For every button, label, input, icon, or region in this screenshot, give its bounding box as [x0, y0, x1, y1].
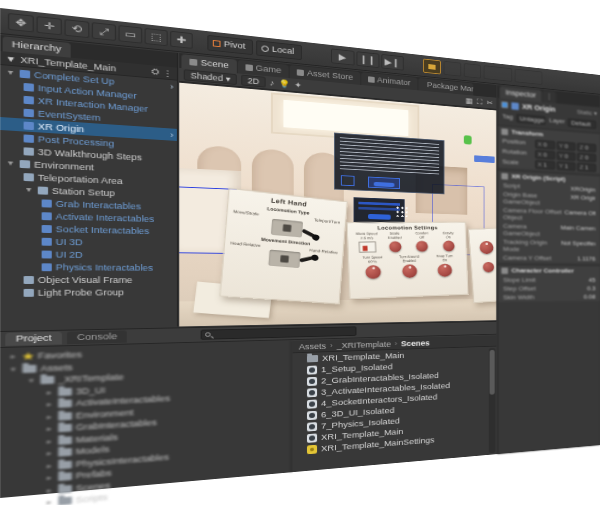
transform-icon — [501, 128, 508, 135]
folder-icon — [22, 364, 36, 372]
scene-asset-icon — [307, 365, 317, 374]
prefab-chevron-icon[interactable]: › — [170, 81, 173, 91]
tab-project[interactable]: Project — [5, 332, 62, 346]
character-controller-component: Character Controller Slope Limit45 Step … — [498, 264, 600, 301]
hierarchy-item[interactable]: Object Visual Frame — [0, 273, 177, 286]
account-button[interactable] — [463, 63, 480, 79]
gameobject-icon — [20, 69, 30, 78]
scale-x-field[interactable]: X1 — [535, 160, 555, 170]
snap-turn-knob — [438, 264, 453, 277]
step-button[interactable]: ▶❙ — [381, 54, 403, 71]
option-left: Move/Strafe — [233, 209, 259, 216]
turn-around-control: Turn Around Enabled — [391, 255, 428, 279]
audio-icon[interactable]: ♪ — [270, 78, 275, 87]
play-controls: ▶ ❙❙ ▶❙ — [331, 48, 404, 70]
project-search-input[interactable] — [201, 326, 357, 339]
gizmos-icon[interactable]: ⛶ — [477, 97, 482, 106]
active-checkbox[interactable] — [501, 101, 508, 108]
scale-y-field[interactable]: Y1 — [556, 161, 575, 171]
asset-store-tab-icon — [297, 69, 304, 76]
rect-tool-icon[interactable]: ▭ — [118, 25, 142, 44]
hand-tool-icon[interactable]: ✥ — [8, 13, 34, 33]
tag-dropdown[interactable]: Untagged — [516, 114, 546, 125]
scene-asset-icon — [307, 376, 317, 385]
scene-asset-icon — [307, 422, 317, 431]
option-left: Head Relative — [230, 241, 261, 248]
transform-tool-icon[interactable]: ⬚ — [145, 28, 168, 46]
lighting-icon[interactable]: 💡 — [279, 79, 291, 89]
move-tool-icon[interactable]: ✛ — [37, 16, 62, 35]
option-right: Teleport/Turn — [314, 218, 340, 225]
particle-gizmo-icon — [464, 135, 472, 144]
comfort-button — [416, 241, 428, 252]
collapse-arrow-icon[interactable]: ▼ — [5, 53, 16, 64]
gravity-control: Gravity On — [435, 232, 462, 252]
worldspace-info-panel — [334, 133, 444, 195]
position-z-field[interactable]: Z0 — [577, 143, 596, 153]
local-label: Local — [272, 43, 294, 59]
pause-button[interactable]: ❙❙ — [356, 51, 379, 68]
rotate-tool-icon[interactable]: ⟲ — [64, 19, 89, 38]
project-panel: Project Console ▸ Favorites ▾Assets ▾_XR… — [0, 321, 496, 498]
tools-icon[interactable]: ✂ — [487, 98, 493, 107]
prefab-icon — [511, 102, 518, 110]
scale-z-field[interactable]: Z1 — [577, 163, 596, 173]
scene-view-panel: Scene Game Asset Store Animator Package … — [179, 53, 496, 326]
script-icon — [501, 173, 508, 180]
locomotion-settings-board: Locomotion Settings Move Speed 2.5 m/s S… — [346, 222, 468, 299]
rotation-x-field[interactable]: X0 — [535, 150, 555, 160]
layer-label: Layer — [549, 117, 565, 127]
inspector-menu-icon[interactable]: ⋮ — [542, 90, 556, 103]
rotation-z-field[interactable]: Z0 — [577, 153, 596, 163]
pivot-label: Pivot — [224, 38, 246, 54]
pivot-icon — [213, 40, 221, 47]
scene-viewport[interactable]: Left Hand Locomotion Type Move/Strafe Te… — [179, 83, 496, 327]
gear-icon[interactable]: ⛭ — [151, 66, 159, 77]
layer-dropdown[interactable]: Default — [568, 118, 596, 129]
gameobject-name[interactable]: XR Origin — [522, 102, 555, 113]
position-x-field[interactable]: X0 — [535, 140, 555, 150]
snap-turn-control: Snap Turn On — [427, 254, 463, 277]
scene-asset-icon — [307, 388, 317, 397]
scrollbar-thumb[interactable] — [490, 350, 495, 395]
layers-dropdown[interactable] — [483, 65, 512, 82]
pivot-toggle[interactable]: Pivot — [207, 35, 253, 55]
effects-icon[interactable]: ✦ — [294, 80, 302, 89]
scrollbar[interactable] — [489, 348, 496, 453]
local-toggle[interactable]: Local — [256, 40, 301, 60]
strafe-button — [389, 241, 402, 252]
more-icon[interactable]: ⋮ — [163, 68, 173, 78]
folder-icon — [307, 355, 318, 362]
custom-tool-icon[interactable]: ✚ — [170, 31, 193, 49]
collab-button[interactable] — [423, 58, 441, 74]
gizmo-handle-dots — [395, 206, 407, 217]
layout-dropdown[interactable] — [514, 69, 542, 85]
services-button[interactable] — [443, 61, 461, 77]
unity-editor-window: ✥ ✛ ⟲ ⤢ ▭ ⬚ ✚ Pivot Local ▶ ❙❙ ▶❙ — [0, 8, 600, 498]
turn-speed-control: Turn Speed 60°/s — [353, 256, 391, 280]
transform-component: Transform Position X0 Y0 Z0 Rotation X0 … — [498, 125, 600, 173]
station-knob — [482, 262, 494, 273]
prefab-chevron-icon[interactable]: › — [170, 130, 173, 140]
scale-tool-icon[interactable]: ⤢ — [92, 22, 116, 41]
project-folder-tree: ▸ Favorites ▾Assets ▾_XRITemplate ▸3D_UI… — [0, 341, 292, 498]
2d-toggle[interactable]: 2D — [241, 75, 265, 88]
gravity-button — [443, 241, 455, 252]
station-knob — [479, 241, 494, 254]
hierarchy-item[interactable]: Physics Interactables — [0, 260, 177, 274]
locomotion-type-switch — [271, 219, 303, 238]
grid-icon[interactable]: ▦ — [465, 96, 472, 106]
left-hand-board: Left Hand Locomotion Type Move/Strafe Te… — [219, 188, 347, 305]
play-button[interactable]: ▶ — [331, 48, 355, 65]
search-icon — [205, 332, 211, 337]
static-dropdown[interactable]: Static ▾ — [577, 108, 597, 117]
strafe-control: Strafe Enabled — [381, 232, 409, 253]
hierarchy-item[interactable]: Light Probe Group — [0, 286, 177, 299]
rotation-y-field[interactable]: Y0 — [556, 151, 575, 161]
position-y-field[interactable]: Y0 — [556, 141, 575, 151]
local-icon — [261, 45, 268, 52]
hierarchy-panel: Hierarchy ▼ XRI_Template_Main ⛭ ⋮ ▼ Comp… — [0, 35, 178, 330]
project-file-list: Assets› _XRITemplate› Scenes XRI_Templat… — [293, 335, 497, 472]
tab-console[interactable]: Console — [67, 330, 127, 344]
scene-asset-icon — [307, 399, 317, 408]
